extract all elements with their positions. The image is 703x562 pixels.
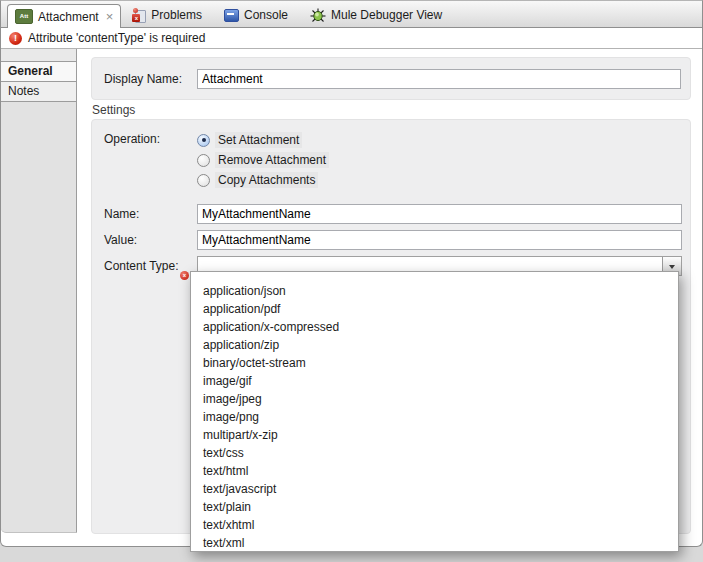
properties-editor-window: Att Attachment × x Problems Console [0,0,703,562]
close-icon[interactable]: × [106,12,114,22]
attachment-icon: Att [15,9,33,24]
radio-set-attachment[interactable]: Set Attachment [197,132,329,148]
name-input[interactable] [197,204,682,224]
radio-copy-attachments-label[interactable]: Copy Attachments [215,172,318,188]
field-error-icon: x [180,271,189,280]
dropdown-item[interactable]: application/x-compressed [191,318,678,336]
dropdown-item[interactable]: text/xhtml [191,516,678,534]
operation-label: Operation: [104,132,197,146]
content-type-label: Content Type: x [104,259,197,273]
radio-button-icon[interactable] [197,174,210,187]
content-type-label-text: Content Type: [104,259,179,273]
display-name-label: Display Name: [104,72,197,86]
tab-console[interactable]: Console [213,3,299,27]
dropdown-item[interactable]: image/gif [191,372,678,390]
radio-remove-attachment[interactable]: Remove Attachment [197,152,329,168]
radio-button-icon[interactable] [197,154,210,167]
operation-row: Operation: Set Attachment Remove Attachm… [104,132,682,198]
radio-set-attachment-label[interactable]: Set Attachment [215,132,302,148]
dropdown-item[interactable]: text/css [191,444,678,462]
name-label: Name: [104,207,197,221]
mule-debugger-icon [310,8,326,23]
value-label: Value: [104,233,197,247]
validation-error-message: Attribute 'contentType' is required [28,31,205,45]
radio-button-selected-icon[interactable] [197,134,210,147]
tab-problems[interactable]: x Problems [121,3,213,27]
dropdown-item[interactable]: text/html [191,462,678,480]
display-name-group: Display Name: [91,57,691,100]
name-row: Name: [104,204,682,224]
dropdown-item[interactable]: application/zip [191,336,678,354]
sidebar-item-notes[interactable]: Notes [1,82,76,102]
tab-attachment-label: Attachment [38,10,99,24]
tab-mule-debugger-label: Mule Debugger View [331,8,442,22]
radio-remove-attachment-label[interactable]: Remove Attachment [215,152,329,168]
dropdown-item[interactable]: application/json [191,282,678,300]
value-input[interactable] [197,230,682,250]
console-icon [224,9,239,22]
value-row: Value: [104,230,682,250]
operation-radio-group: Set Attachment Remove Attachment Copy At… [197,132,329,188]
section-tabs-sidebar: General Notes [1,49,77,533]
tab-mule-debugger[interactable]: Mule Debugger View [299,3,453,27]
sidebar-item-general[interactable]: General [1,62,76,82]
dropdown-item[interactable]: application/pdf [191,300,678,318]
dropdown-item[interactable]: binary/octet-stream [191,354,678,372]
tab-bar: Att Attachment × x Problems Console [1,1,702,28]
problems-icon: x [132,8,146,22]
dropdown-item[interactable]: image/jpeg [191,390,678,408]
dropdown-item[interactable]: text/javascript [191,480,678,498]
display-name-input[interactable] [197,69,681,89]
settings-section-title: Settings [92,103,691,117]
tab-console-label: Console [244,8,288,22]
dropdown-item[interactable]: text/xml [191,534,678,552]
dropdown-item[interactable]: multipart/x-zip [191,426,678,444]
tab-problems-label: Problems [151,8,202,22]
tab-attachment[interactable]: Att Attachment × [7,4,121,28]
validation-error-bar: ! Attribute 'contentType' is required [1,28,702,49]
content-type-dropdown-list: application/json application/pdf applica… [190,271,679,552]
error-icon: ! [9,32,22,45]
dropdown-item[interactable]: image/png [191,408,678,426]
radio-copy-attachments[interactable]: Copy Attachments [197,172,329,188]
sidebar-spacer [1,49,76,62]
dropdown-item[interactable]: text/plain [191,498,678,516]
